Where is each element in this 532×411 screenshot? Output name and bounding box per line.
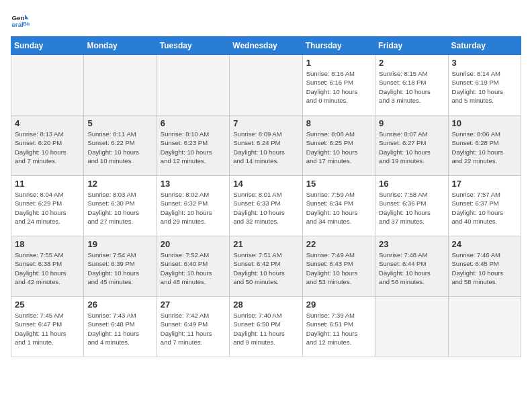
day-info: Sunrise: 8:07 AMSunset: 6:27 PMDaylight:… [379,130,444,165]
header-saturday: Saturday [448,37,521,55]
calendar-cell: 10Sunrise: 8:06 AMSunset: 6:28 PMDayligh… [448,116,521,176]
day-info: Sunrise: 7:55 AMSunset: 6:38 PMDaylight:… [15,250,80,286]
calendar-cell: 16Sunrise: 7:58 AMSunset: 6:36 PMDayligh… [375,176,448,236]
calendar-cell [230,55,302,116]
calendar-table: SundayMondayTuesdayWednesdayThursdayFrid… [11,36,521,357]
day-info: Sunrise: 8:15 AMSunset: 6:18 PMDaylight:… [379,69,444,105]
day-number: 8 [306,118,371,128]
day-number: 20 [161,239,226,249]
day-info: Sunrise: 7:51 AMSunset: 6:42 PMDaylight:… [233,250,298,286]
day-info: Sunrise: 8:13 AMSunset: 6:20 PMDaylight:… [15,130,80,165]
calendar-cell: 27Sunrise: 7:42 AMSunset: 6:49 PMDayligh… [157,297,229,357]
calendar-cell [375,297,448,357]
day-info: Sunrise: 7:46 AMSunset: 6:45 PMDaylight:… [452,250,517,286]
calendar-cell: 23Sunrise: 7:48 AMSunset: 6:44 PMDayligh… [375,236,448,297]
day-number: 23 [379,239,444,249]
calendar-cell: 2Sunrise: 8:15 AMSunset: 6:18 PMDaylight… [375,55,448,116]
day-number: 15 [306,179,371,189]
calendar-cell: 29Sunrise: 7:39 AMSunset: 6:51 PMDayligh… [302,297,375,357]
day-info: Sunrise: 7:43 AMSunset: 6:48 PMDaylight:… [87,311,152,347]
calendar-cell: 24Sunrise: 7:46 AMSunset: 6:45 PMDayligh… [448,236,521,297]
header-friday: Friday [375,37,448,55]
svg-text:eral: eral [11,21,24,28]
day-number: 6 [161,118,226,128]
day-info: Sunrise: 8:11 AMSunset: 6:22 PMDaylight:… [87,130,152,165]
logo-icon: Gen eral Blue [11,11,30,30]
day-number: 16 [379,179,444,189]
calendar-cell: 13Sunrise: 8:02 AMSunset: 6:32 PMDayligh… [157,176,229,236]
day-info: Sunrise: 7:57 AMSunset: 6:37 PMDaylight:… [452,190,517,226]
calendar-cell: 18Sunrise: 7:55 AMSunset: 6:38 PMDayligh… [11,236,84,297]
day-info: Sunrise: 7:45 AMSunset: 6:47 PMDaylight:… [15,311,80,347]
calendar-cell: 20Sunrise: 7:52 AMSunset: 6:40 PMDayligh… [157,236,229,297]
day-number: 2 [379,58,444,68]
day-info: Sunrise: 7:58 AMSunset: 6:36 PMDaylight:… [379,190,444,226]
day-info: Sunrise: 8:09 AMSunset: 6:24 PMDaylight:… [233,130,298,165]
calendar-cell: 4Sunrise: 8:13 AMSunset: 6:20 PMDaylight… [11,116,84,176]
day-info: Sunrise: 7:48 AMSunset: 6:44 PMDaylight:… [379,250,444,286]
day-number: 4 [15,118,80,128]
header-wednesday: Wednesday [230,37,302,55]
day-number: 21 [233,239,298,249]
day-number: 11 [15,179,80,189]
calendar-cell: 28Sunrise: 7:40 AMSunset: 6:50 PMDayligh… [230,297,302,357]
calendar-cell [157,55,229,116]
calendar-cell: 8Sunrise: 8:08 AMSunset: 6:25 PMDaylight… [302,116,375,176]
day-number: 5 [87,118,152,128]
day-number: 13 [161,179,226,189]
calendar-cell: 15Sunrise: 7:59 AMSunset: 6:34 PMDayligh… [302,176,375,236]
day-info: Sunrise: 8:02 AMSunset: 6:32 PMDaylight:… [161,190,226,226]
week-row-4: 25Sunrise: 7:45 AMSunset: 6:47 PMDayligh… [11,297,521,357]
day-info: Sunrise: 7:49 AMSunset: 6:43 PMDaylight:… [306,250,371,286]
week-row-3: 18Sunrise: 7:55 AMSunset: 6:38 PMDayligh… [11,236,521,297]
calendar-cell: 17Sunrise: 7:57 AMSunset: 6:37 PMDayligh… [448,176,521,236]
day-number: 18 [15,239,80,249]
calendar-cell: 6Sunrise: 8:10 AMSunset: 6:23 PMDaylight… [157,116,229,176]
day-number: 3 [452,58,517,68]
day-info: Sunrise: 7:52 AMSunset: 6:40 PMDaylight:… [161,250,226,286]
calendar-cell: 5Sunrise: 8:11 AMSunset: 6:22 PMDaylight… [84,116,157,176]
calendar-cell: 22Sunrise: 7:49 AMSunset: 6:43 PMDayligh… [302,236,375,297]
day-number: 19 [87,239,152,249]
calendar-cell: 12Sunrise: 8:03 AMSunset: 6:30 PMDayligh… [84,176,157,236]
day-number: 9 [379,118,444,128]
header-sunday: Sunday [11,37,84,55]
day-info: Sunrise: 8:14 AMSunset: 6:19 PMDaylight:… [452,69,517,105]
day-info: Sunrise: 8:01 AMSunset: 6:33 PMDaylight:… [233,190,298,226]
day-info: Sunrise: 8:04 AMSunset: 6:29 PMDaylight:… [15,190,80,226]
day-number: 27 [161,300,226,310]
calendar-cell: 3Sunrise: 8:14 AMSunset: 6:19 PMDaylight… [448,55,521,116]
day-number: 1 [306,58,371,68]
calendar-cell [11,55,84,116]
day-info: Sunrise: 7:39 AMSunset: 6:51 PMDaylight:… [306,311,371,347]
svg-text:Blue: Blue [23,21,30,27]
calendar-cell: 21Sunrise: 7:51 AMSunset: 6:42 PMDayligh… [230,236,302,297]
calendar-cell: 7Sunrise: 8:09 AMSunset: 6:24 PMDaylight… [230,116,302,176]
day-number: 29 [306,300,371,310]
day-info: Sunrise: 8:08 AMSunset: 6:25 PMDaylight:… [306,130,371,165]
logo: Gen eral Blue [11,11,32,30]
day-number: 24 [452,239,517,249]
day-number: 12 [87,179,152,189]
day-info: Sunrise: 7:40 AMSunset: 6:50 PMDaylight:… [233,311,298,347]
day-number: 7 [233,118,298,128]
header-tuesday: Tuesday [157,37,229,55]
day-number: 10 [452,118,517,128]
week-row-2: 11Sunrise: 8:04 AMSunset: 6:29 PMDayligh… [11,176,521,236]
week-row-1: 4Sunrise: 8:13 AMSunset: 6:20 PMDaylight… [11,116,521,176]
calendar-cell: 25Sunrise: 7:45 AMSunset: 6:47 PMDayligh… [11,297,84,357]
day-info: Sunrise: 7:54 AMSunset: 6:39 PMDaylight:… [87,250,152,286]
day-number: 17 [452,179,517,189]
svg-marker-2 [25,15,29,19]
day-info: Sunrise: 8:10 AMSunset: 6:23 PMDaylight:… [161,130,226,165]
calendar-cell: 14Sunrise: 8:01 AMSunset: 6:33 PMDayligh… [230,176,302,236]
day-info: Sunrise: 8:03 AMSunset: 6:30 PMDaylight:… [87,190,152,226]
calendar-cell: 26Sunrise: 7:43 AMSunset: 6:48 PMDayligh… [84,297,157,357]
day-info: Sunrise: 8:06 AMSunset: 6:28 PMDaylight:… [452,130,517,165]
calendar-cell [448,297,521,357]
day-number: 26 [87,300,152,310]
page-header: Gen eral Blue [11,11,521,30]
header-row: SundayMondayTuesdayWednesdayThursdayFrid… [11,37,521,55]
day-info: Sunrise: 8:16 AMSunset: 6:16 PMDaylight:… [306,69,371,105]
week-row-0: 1Sunrise: 8:16 AMSunset: 6:16 PMDaylight… [11,55,521,116]
